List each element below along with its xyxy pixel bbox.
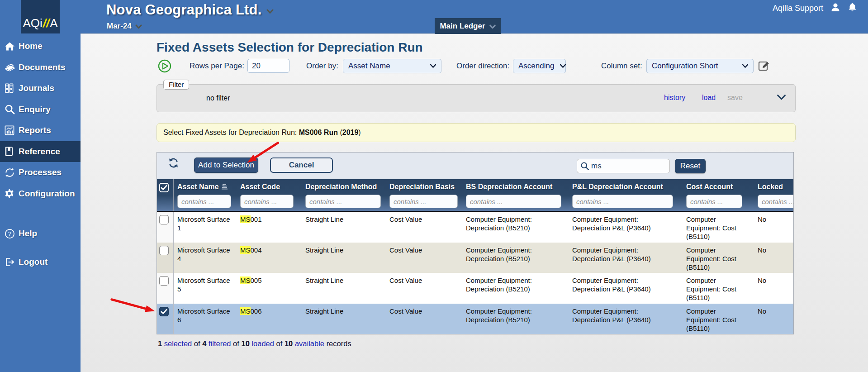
chevron-down-icon bbox=[560, 62, 566, 70]
sidebar-item-label: Reference bbox=[19, 147, 60, 157]
table-search-input[interactable] bbox=[591, 162, 659, 171]
sidebar-item-label: Reports bbox=[19, 125, 51, 135]
column-header-pl-depreciation-account[interactable]: P&L Depreciation Account bbox=[572, 183, 663, 191]
table-row[interactable]: Microsoft Surface 4 MS004 Straight Line … bbox=[157, 243, 793, 273]
filter-history-link[interactable]: history bbox=[664, 94, 685, 102]
help-icon: ? bbox=[5, 229, 18, 239]
filter-save-link: save bbox=[727, 94, 743, 102]
sidebar: AQi//A Home Documents Journals Enquiry bbox=[0, 0, 81, 372]
cell-cost-account: Computer Equipment: Cost (B5110) bbox=[686, 246, 743, 272]
sidebar-item-label: Documents bbox=[19, 62, 65, 72]
sidebar-item-reference[interactable]: Reference bbox=[0, 141, 81, 162]
column-header-locked[interactable]: Locked bbox=[758, 183, 783, 191]
page-title: Fixed Assets Selection for Depreciation … bbox=[157, 40, 423, 55]
filter-input-locked[interactable] bbox=[758, 195, 793, 208]
sidebar-item-documents[interactable]: Documents bbox=[0, 57, 81, 78]
table-search-box[interactable] bbox=[577, 159, 670, 173]
cell-depreciation-method: Straight Line bbox=[302, 273, 386, 304]
refresh-icon[interactable] bbox=[168, 157, 179, 170]
user-icon[interactable] bbox=[830, 2, 840, 14]
sidebar-item-label: Help bbox=[19, 229, 37, 238]
edit-icon[interactable] bbox=[758, 60, 770, 73]
cell-asset-name: Microsoft Surface 1 bbox=[177, 215, 233, 232]
column-header-depreciation-method[interactable]: Depreciation Method bbox=[305, 183, 377, 191]
column-header-bs-depreciation-account[interactable]: BS Depreciation Account bbox=[466, 183, 552, 191]
logo-text-left: AQi bbox=[23, 16, 42, 30]
chevron-down-icon bbox=[430, 62, 436, 70]
documents-icon bbox=[5, 62, 18, 72]
sidebar-nav: Home Documents Journals Enquiry Reports bbox=[0, 36, 81, 204]
cell-asset-code: MS004 bbox=[237, 243, 302, 273]
app-logo[interactable]: AQi//A bbox=[21, 0, 60, 33]
run-icon[interactable] bbox=[158, 59, 171, 73]
cell-bs-account: Computer Equipment: Depreciation (B5210) bbox=[466, 276, 562, 293]
sidebar-item-label: Logout bbox=[19, 257, 47, 267]
filter-input-depreciation-basis[interactable] bbox=[389, 195, 458, 208]
order-direction-select[interactable]: Ascending bbox=[513, 59, 566, 73]
cell-cost-account: Computer Equipment: Cost (B5110) bbox=[686, 307, 743, 333]
sidebar-item-logout[interactable]: Logout bbox=[0, 252, 81, 273]
chevron-down-icon[interactable] bbox=[135, 23, 142, 31]
column-header-asset-name[interactable]: Asset Name bbox=[177, 183, 219, 191]
cell-asset-name: Microsoft Surface 6 bbox=[177, 307, 233, 324]
chart-icon bbox=[5, 125, 18, 135]
sidebar-item-help[interactable]: ? Help bbox=[0, 223, 81, 244]
filter-input-asset-name[interactable] bbox=[177, 195, 231, 208]
table-row-selected[interactable]: Microsoft Surface 6 MS006 Straight Line … bbox=[157, 304, 793, 334]
gear-icon bbox=[5, 188, 18, 199]
sidebar-item-enquiry[interactable]: Enquiry bbox=[0, 99, 81, 120]
chevron-down-icon bbox=[742, 62, 749, 70]
filter-load-link[interactable]: load bbox=[702, 94, 716, 102]
row-checkbox[interactable] bbox=[159, 246, 169, 255]
filter-collapse-icon[interactable] bbox=[777, 94, 786, 102]
row-checkbox[interactable] bbox=[159, 276, 169, 286]
order-by-select[interactable]: Asset Name bbox=[343, 59, 441, 73]
cancel-button[interactable]: Cancel bbox=[270, 157, 333, 173]
order-by-label: Order by: bbox=[306, 62, 338, 71]
sidebar-item-processes[interactable]: Processes bbox=[0, 162, 81, 183]
banner-year: 2019 bbox=[342, 129, 359, 136]
sync-icon bbox=[5, 167, 18, 178]
reset-button[interactable]: Reset bbox=[675, 159, 706, 173]
search-icon bbox=[580, 162, 589, 171]
filter-input-depreciation-method[interactable] bbox=[305, 195, 381, 208]
filter-input-pl-depreciation-account[interactable] bbox=[572, 195, 673, 208]
sidebar-item-journals[interactable]: Journals bbox=[0, 78, 81, 99]
table-toolbar: Add to Selection Cancel Reset bbox=[157, 153, 793, 179]
sidebar-item-configuration[interactable]: Configuration bbox=[0, 183, 81, 205]
sidebar-item-reports[interactable]: Reports bbox=[0, 120, 81, 141]
filter-input-cost-account[interactable] bbox=[686, 195, 742, 208]
cell-depreciation-method: Straight Line bbox=[302, 304, 386, 334]
order-by-value: Asset Name bbox=[343, 62, 424, 71]
cell-locked: No bbox=[754, 243, 794, 273]
row-checkbox[interactable] bbox=[159, 215, 169, 224]
cell-cost-account: Computer Equipment: Cost (B5110) bbox=[686, 276, 743, 302]
assets-table: Add to Selection Cancel Reset Asset Name… bbox=[157, 152, 794, 334]
cell-depreciation-method: Straight Line bbox=[302, 243, 386, 273]
column-set-select[interactable]: Configuration Short bbox=[646, 59, 754, 73]
cell-locked: No bbox=[754, 273, 794, 304]
home-icon bbox=[5, 42, 18, 51]
cell-pl-account: Computer Equipment: Depreciation P&L (P3… bbox=[572, 246, 674, 263]
cell-asset-code: MS005 bbox=[237, 273, 302, 304]
add-to-selection-button[interactable]: Add to Selection bbox=[194, 157, 258, 173]
selection-banner: Select Fixed Assets for Depreciation Run… bbox=[157, 123, 796, 142]
column-header-depreciation-basis[interactable]: Depreciation Basis bbox=[389, 183, 455, 191]
row-checkbox-checked[interactable] bbox=[159, 307, 169, 316]
column-header-asset-code[interactable]: Asset Code bbox=[240, 183, 280, 191]
journals-icon bbox=[5, 83, 18, 93]
sidebar-bottom-nav: ? Help Logout bbox=[0, 223, 81, 272]
sidebar-item-home[interactable]: Home bbox=[0, 36, 81, 57]
table-row[interactable]: Microsoft Surface 5 MS005 Straight Line … bbox=[157, 273, 793, 304]
select-all-checkbox[interactable] bbox=[159, 183, 169, 192]
filter-input-bs-depreciation-account[interactable] bbox=[466, 195, 561, 208]
cell-bs-account: Computer Equipment: Depreciation (B5210) bbox=[466, 215, 562, 232]
column-header-cost-account[interactable]: Cost Account bbox=[686, 183, 733, 191]
bell-icon[interactable] bbox=[848, 2, 857, 14]
filter-input-asset-code[interactable] bbox=[240, 195, 294, 208]
cell-depreciation-method: Straight Line bbox=[302, 212, 386, 243]
annotation-arrow-row-checkbox bbox=[109, 294, 157, 316]
banner-run-name: MS006 Run bbox=[299, 129, 338, 136]
table-row[interactable]: Microsoft Surface 1 MS001 Straight Line … bbox=[157, 212, 793, 243]
rows-per-page-input[interactable] bbox=[247, 59, 289, 73]
